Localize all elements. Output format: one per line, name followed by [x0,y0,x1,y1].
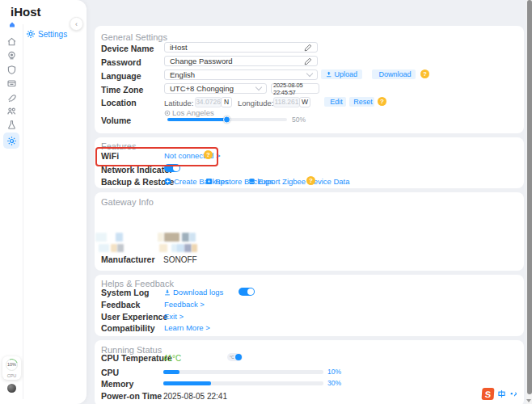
edit-location-button[interactable]: Edit [324,97,346,107]
lat-unit-value: N [224,98,229,106]
edit-label: Edit [330,98,343,106]
memory-progress-bar [163,381,323,385]
cpu-gauge-card[interactable]: 10% CPU [2,356,21,380]
chevron-down-icon [255,84,262,90]
brush-icon[interactable] [6,92,17,103]
language-select[interactable]: English [164,69,318,80]
security-icon[interactable] [6,64,17,75]
device-name-input[interactable]: iHost [164,42,318,53]
scrollbar-thumb[interactable] [527,0,532,394]
scrollbar-down-arrow[interactable] [526,399,531,402]
blurred-block [176,244,184,252]
reset-location-button[interactable]: Reset [349,97,374,107]
time-zone-value: UTC+8 Chongqing [170,84,256,93]
panel-icon[interactable] [6,78,17,89]
feedback-link[interactable]: Feedback > [164,300,205,309]
download-logs-link[interactable]: Download logs [164,288,223,297]
scrollbar-track[interactable] [526,0,532,404]
power-on-time-label: Power-on Time [101,391,162,401]
help-question-icon[interactable]: ? [306,176,315,185]
general-settings-card: General Settings Device Name iHost Passw… [95,26,524,133]
sidebar-divider [23,24,23,399]
device-icon[interactable] [6,49,17,61]
ime-punctuation-icon[interactable] [509,390,517,398]
blurred-block [111,244,117,252]
compatibility-link[interactable]: Learn More > [164,323,210,332]
blurred-block [158,233,163,242]
latitude-unit[interactable]: N [221,97,232,107]
mini-logo-icon [9,22,15,27]
home-icon[interactable] [6,36,17,47]
memory-label: Memory [101,379,133,389]
helps-feedback-card: Helps & Feedback System Log Download log… [95,275,524,336]
longitude-input[interactable]: 118.261 [273,97,300,107]
blurred-block [192,244,197,252]
running-status-card: Running Status CPU Temperature 41°C °C C… [95,340,524,404]
system-log-label: System Log [101,288,150,297]
edit-pencil-icon[interactable] [304,44,312,52]
download-logs-label: Download logs [173,288,223,297]
blurred-block [116,233,123,242]
volume-slider[interactable] [167,118,287,121]
help-question-icon[interactable]: ? [378,97,386,106]
dock-ball-icon[interactable] [7,384,16,393]
features-card: Features WiFi Not connected > ? Network … [95,137,524,188]
temperature-unit-toggle[interactable]: °C [227,353,243,361]
city-value: Los Angeles [172,108,214,117]
edit-pencil-icon[interactable] [304,57,312,65]
export-zigbee-link[interactable]: Export Zigbee Device Data [248,177,350,186]
download-label: Download [378,70,411,78]
temp-unit-label: °C [230,355,234,360]
backup-restore-label: Backup & Restore [101,177,174,187]
password-input[interactable]: Change Password [164,56,318,66]
volume-slider-knob[interactable] [223,116,230,124]
export-zigbee-label: Export Zigbee Device Data [258,177,350,186]
sidebar-item-settings[interactable]: Settings [26,29,67,39]
users-icon[interactable] [6,105,17,116]
upload-button[interactable]: Upload [321,69,362,79]
blurred-block [182,233,189,242]
longitude-unit[interactable]: W [299,97,310,107]
user-experience-link[interactable]: Exit > [164,312,184,321]
section-header: General Settings [101,32,167,42]
location-pin-icon [164,110,171,116]
feedback-label: Feedback [101,300,140,309]
blurred-block [164,233,179,242]
ime-chinese-mode-icon[interactable] [497,389,506,398]
cpu-progress-bar [163,370,323,374]
export-data-icon [248,178,255,185]
blurred-block [99,244,109,252]
cpu-temperature-label: CPU Temperature [101,353,172,363]
help-question-icon[interactable]: ? [420,69,429,78]
ime-toolbar: S [482,388,517,400]
download-button[interactable]: Download [372,69,416,79]
upload-label: Upload [334,70,357,78]
longitude-value: 118.261 [274,98,298,106]
system-log-toggle[interactable] [239,288,255,296]
collapse-sidebar-button[interactable]: ‹ [70,17,83,31]
sidebar-item-label: Settings [38,30,67,39]
ime-sogou-icon[interactable]: S [481,388,494,400]
language-value: English [170,70,307,79]
memory-progress-fill [163,381,211,385]
blurred-block [189,233,196,242]
time-zone-select[interactable]: UTC+8 Chongqing [164,83,267,94]
power-on-time-value: 2025-08-05 22:41 [163,392,227,401]
latitude-input[interactable]: 34.0726 [195,97,222,107]
settings-rail-icon[interactable] [3,133,19,149]
compatibility-label: Compatibility [101,323,155,333]
settings-gear-icon [26,29,36,39]
cpu-progress-fill [163,370,179,374]
volume-percent: 50% [292,116,306,124]
chevron-down-icon [306,70,313,77]
cpu-label: CPU [101,368,119,377]
cpu-percent: 10% [327,368,341,376]
manufacturer-label: Manufacturer [101,255,155,264]
user-experience-label: User Experience [101,312,167,322]
plus-circle-icon [164,178,171,185]
blurred-block [117,244,124,252]
lab-icon[interactable] [6,119,17,130]
blurred-block [159,244,167,252]
latitude-label: Latitude: [164,99,193,107]
blurred-block [95,233,107,242]
